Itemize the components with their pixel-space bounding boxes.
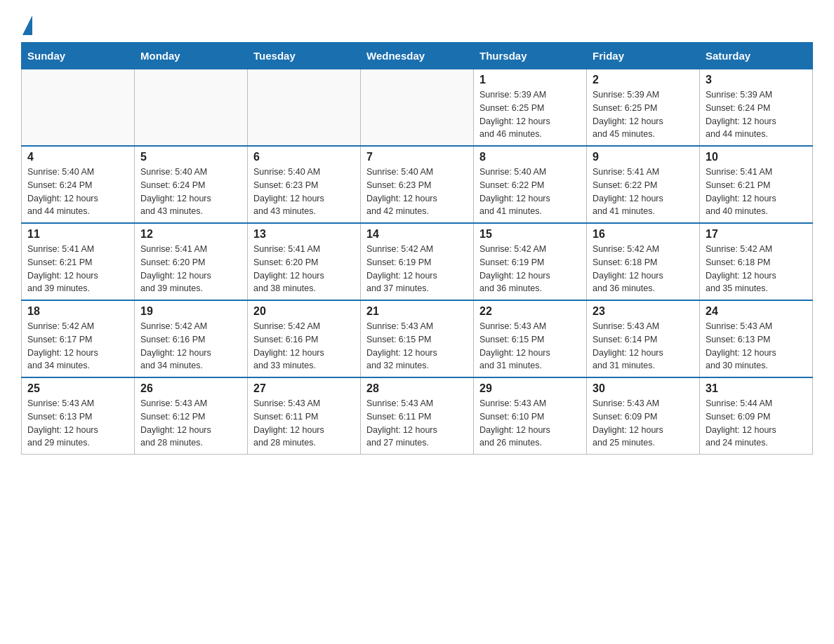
calendar-cell: 2Sunrise: 5:39 AM Sunset: 6:25 PM Daylig… bbox=[587, 69, 700, 147]
calendar-header-thursday: Thursday bbox=[474, 43, 587, 69]
day-info: Sunrise: 5:42 AM Sunset: 6:16 PM Dayligh… bbox=[253, 320, 355, 373]
day-info: Sunrise: 5:43 AM Sunset: 6:15 PM Dayligh… bbox=[366, 320, 468, 373]
day-info: Sunrise: 5:43 AM Sunset: 6:11 PM Dayligh… bbox=[253, 397, 355, 450]
calendar-cell: 4Sunrise: 5:40 AM Sunset: 6:24 PM Daylig… bbox=[22, 146, 135, 223]
calendar-cell: 22Sunrise: 5:43 AM Sunset: 6:15 PM Dayli… bbox=[474, 300, 587, 377]
calendar-week-row: 4Sunrise: 5:40 AM Sunset: 6:24 PM Daylig… bbox=[22, 146, 813, 223]
calendar-cell: 13Sunrise: 5:41 AM Sunset: 6:20 PM Dayli… bbox=[248, 223, 361, 300]
calendar-header-monday: Monday bbox=[135, 43, 248, 69]
calendar-cell: 14Sunrise: 5:42 AM Sunset: 6:19 PM Dayli… bbox=[361, 223, 474, 300]
day-number: 19 bbox=[140, 305, 241, 318]
day-number: 12 bbox=[140, 228, 241, 241]
day-info: Sunrise: 5:39 AM Sunset: 6:25 PM Dayligh… bbox=[479, 88, 581, 141]
day-number: 13 bbox=[253, 228, 355, 241]
day-number: 31 bbox=[706, 382, 807, 395]
calendar-cell: 17Sunrise: 5:42 AM Sunset: 6:18 PM Dayli… bbox=[700, 223, 813, 300]
day-number: 6 bbox=[253, 151, 355, 163]
calendar-cell: 31Sunrise: 5:44 AM Sunset: 6:09 PM Dayli… bbox=[700, 377, 813, 455]
calendar-table: SundayMondayTuesdayWednesdayThursdayFrid… bbox=[21, 42, 813, 455]
day-info: Sunrise: 5:40 AM Sunset: 6:23 PM Dayligh… bbox=[253, 166, 355, 218]
calendar-cell bbox=[361, 69, 474, 147]
calendar-header-row: SundayMondayTuesdayWednesdayThursdayFrid… bbox=[22, 43, 813, 69]
day-info: Sunrise: 5:43 AM Sunset: 6:12 PM Dayligh… bbox=[140, 397, 241, 450]
calendar-cell: 28Sunrise: 5:43 AM Sunset: 6:11 PM Dayli… bbox=[361, 377, 474, 455]
calendar-cell: 23Sunrise: 5:43 AM Sunset: 6:14 PM Dayli… bbox=[587, 300, 700, 377]
day-info: Sunrise: 5:44 AM Sunset: 6:09 PM Dayligh… bbox=[706, 397, 807, 450]
day-info: Sunrise: 5:41 AM Sunset: 6:20 PM Dayligh… bbox=[253, 243, 355, 295]
calendar-week-row: 11Sunrise: 5:41 AM Sunset: 6:21 PM Dayli… bbox=[22, 223, 813, 300]
day-number: 3 bbox=[706, 74, 807, 86]
calendar-cell: 26Sunrise: 5:43 AM Sunset: 6:12 PM Dayli… bbox=[135, 377, 248, 455]
day-info: Sunrise: 5:41 AM Sunset: 6:21 PM Dayligh… bbox=[27, 243, 128, 295]
calendar-cell: 15Sunrise: 5:42 AM Sunset: 6:19 PM Dayli… bbox=[474, 223, 587, 300]
day-number: 20 bbox=[253, 305, 355, 318]
day-number: 18 bbox=[27, 305, 128, 318]
logo bbox=[21, 14, 32, 35]
day-info: Sunrise: 5:43 AM Sunset: 6:11 PM Dayligh… bbox=[366, 397, 468, 450]
day-info: Sunrise: 5:40 AM Sunset: 6:24 PM Dayligh… bbox=[140, 166, 241, 218]
day-info: Sunrise: 5:42 AM Sunset: 6:16 PM Dayligh… bbox=[140, 320, 241, 373]
day-number: 27 bbox=[253, 382, 355, 395]
calendar-cell bbox=[248, 69, 361, 147]
day-number: 11 bbox=[27, 228, 128, 241]
day-info: Sunrise: 5:42 AM Sunset: 6:19 PM Dayligh… bbox=[479, 243, 581, 295]
calendar-cell: 29Sunrise: 5:43 AM Sunset: 6:10 PM Dayli… bbox=[474, 377, 587, 455]
calendar-cell: 1Sunrise: 5:39 AM Sunset: 6:25 PM Daylig… bbox=[474, 69, 587, 147]
day-info: Sunrise: 5:41 AM Sunset: 6:20 PM Dayligh… bbox=[140, 243, 241, 295]
logo-triangle-icon bbox=[22, 15, 32, 35]
calendar-cell: 20Sunrise: 5:42 AM Sunset: 6:16 PM Dayli… bbox=[248, 300, 361, 377]
calendar-cell bbox=[135, 69, 248, 147]
day-info: Sunrise: 5:42 AM Sunset: 6:18 PM Dayligh… bbox=[706, 243, 807, 295]
calendar-cell: 27Sunrise: 5:43 AM Sunset: 6:11 PM Dayli… bbox=[248, 377, 361, 455]
calendar-header-sunday: Sunday bbox=[22, 43, 135, 69]
calendar-cell: 7Sunrise: 5:40 AM Sunset: 6:23 PM Daylig… bbox=[361, 146, 474, 223]
day-number: 26 bbox=[140, 382, 241, 395]
calendar-cell: 11Sunrise: 5:41 AM Sunset: 6:21 PM Dayli… bbox=[22, 223, 135, 300]
calendar-cell bbox=[22, 69, 135, 147]
calendar-cell: 9Sunrise: 5:41 AM Sunset: 6:22 PM Daylig… bbox=[587, 146, 700, 223]
day-number: 9 bbox=[593, 151, 694, 163]
day-number: 23 bbox=[593, 305, 694, 318]
day-info: Sunrise: 5:43 AM Sunset: 6:14 PM Dayligh… bbox=[593, 320, 694, 373]
day-info: Sunrise: 5:43 AM Sunset: 6:10 PM Dayligh… bbox=[479, 397, 581, 450]
calendar-cell: 18Sunrise: 5:42 AM Sunset: 6:17 PM Dayli… bbox=[22, 300, 135, 377]
day-info: Sunrise: 5:43 AM Sunset: 6:15 PM Dayligh… bbox=[479, 320, 581, 373]
day-info: Sunrise: 5:43 AM Sunset: 6:09 PM Dayligh… bbox=[593, 397, 694, 450]
calendar-cell: 3Sunrise: 5:39 AM Sunset: 6:24 PM Daylig… bbox=[700, 69, 813, 147]
calendar-week-row: 1Sunrise: 5:39 AM Sunset: 6:25 PM Daylig… bbox=[22, 69, 813, 147]
calendar-header-tuesday: Tuesday bbox=[248, 43, 361, 69]
day-number: 8 bbox=[479, 151, 581, 163]
calendar-header-saturday: Saturday bbox=[700, 43, 813, 69]
page-header bbox=[21, 14, 813, 35]
calendar-header-friday: Friday bbox=[587, 43, 700, 69]
day-info: Sunrise: 5:40 AM Sunset: 6:23 PM Dayligh… bbox=[366, 166, 468, 218]
day-info: Sunrise: 5:40 AM Sunset: 6:22 PM Dayligh… bbox=[479, 166, 581, 218]
day-info: Sunrise: 5:41 AM Sunset: 6:21 PM Dayligh… bbox=[706, 166, 807, 218]
day-number: 22 bbox=[479, 305, 581, 318]
day-number: 28 bbox=[366, 382, 468, 395]
day-number: 4 bbox=[27, 151, 128, 163]
day-info: Sunrise: 5:41 AM Sunset: 6:22 PM Dayligh… bbox=[593, 166, 694, 218]
day-info: Sunrise: 5:42 AM Sunset: 6:19 PM Dayligh… bbox=[366, 243, 468, 295]
calendar-header-wednesday: Wednesday bbox=[361, 43, 474, 69]
day-number: 1 bbox=[479, 74, 581, 86]
day-number: 15 bbox=[479, 228, 581, 241]
day-number: 7 bbox=[366, 151, 468, 163]
day-info: Sunrise: 5:43 AM Sunset: 6:13 PM Dayligh… bbox=[27, 397, 128, 450]
day-info: Sunrise: 5:42 AM Sunset: 6:17 PM Dayligh… bbox=[27, 320, 128, 373]
day-number: 24 bbox=[706, 305, 807, 318]
day-number: 10 bbox=[706, 151, 807, 163]
day-info: Sunrise: 5:43 AM Sunset: 6:13 PM Dayligh… bbox=[706, 320, 807, 373]
day-number: 5 bbox=[140, 151, 241, 163]
day-number: 29 bbox=[479, 382, 581, 395]
calendar-cell: 8Sunrise: 5:40 AM Sunset: 6:22 PM Daylig… bbox=[474, 146, 587, 223]
calendar-cell: 5Sunrise: 5:40 AM Sunset: 6:24 PM Daylig… bbox=[135, 146, 248, 223]
calendar-cell: 30Sunrise: 5:43 AM Sunset: 6:09 PM Dayli… bbox=[587, 377, 700, 455]
day-number: 17 bbox=[706, 228, 807, 241]
calendar-cell: 10Sunrise: 5:41 AM Sunset: 6:21 PM Dayli… bbox=[700, 146, 813, 223]
day-number: 25 bbox=[27, 382, 128, 395]
day-info: Sunrise: 5:39 AM Sunset: 6:24 PM Dayligh… bbox=[706, 88, 807, 141]
day-number: 21 bbox=[366, 305, 468, 318]
calendar-cell: 16Sunrise: 5:42 AM Sunset: 6:18 PM Dayli… bbox=[587, 223, 700, 300]
day-info: Sunrise: 5:42 AM Sunset: 6:18 PM Dayligh… bbox=[593, 243, 694, 295]
